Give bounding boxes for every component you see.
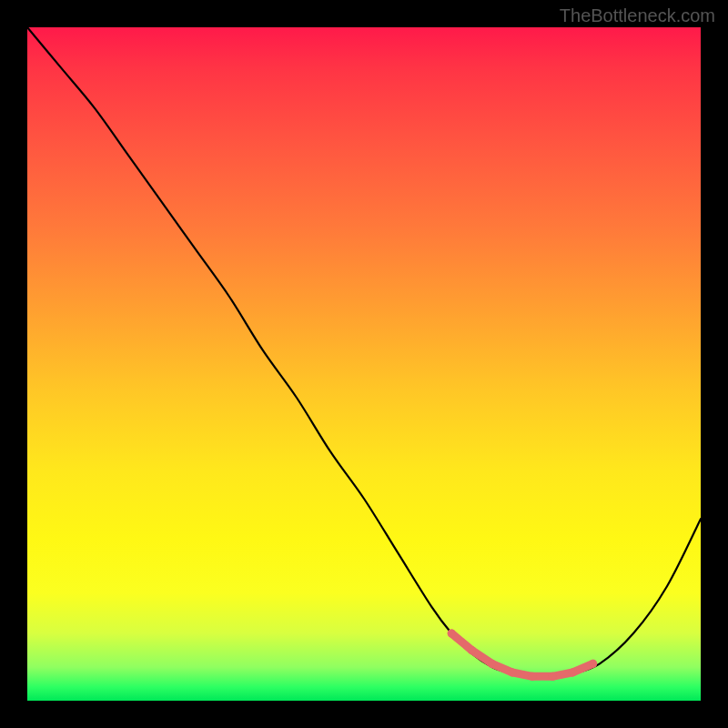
marker-dot <box>589 660 597 668</box>
plot-area <box>27 27 701 701</box>
marker-dot <box>529 672 537 681</box>
marker-dot <box>549 672 557 681</box>
watermark-text: TheBottleneck.com <box>560 5 715 26</box>
bottleneck-curve <box>27 27 701 678</box>
marker-dot <box>468 646 476 654</box>
marker-dot <box>448 630 456 638</box>
marker-dot <box>569 668 577 676</box>
curve-markers <box>448 630 597 681</box>
marker-dot <box>488 660 496 668</box>
chart-svg <box>27 27 701 701</box>
marker-dot <box>508 668 516 676</box>
